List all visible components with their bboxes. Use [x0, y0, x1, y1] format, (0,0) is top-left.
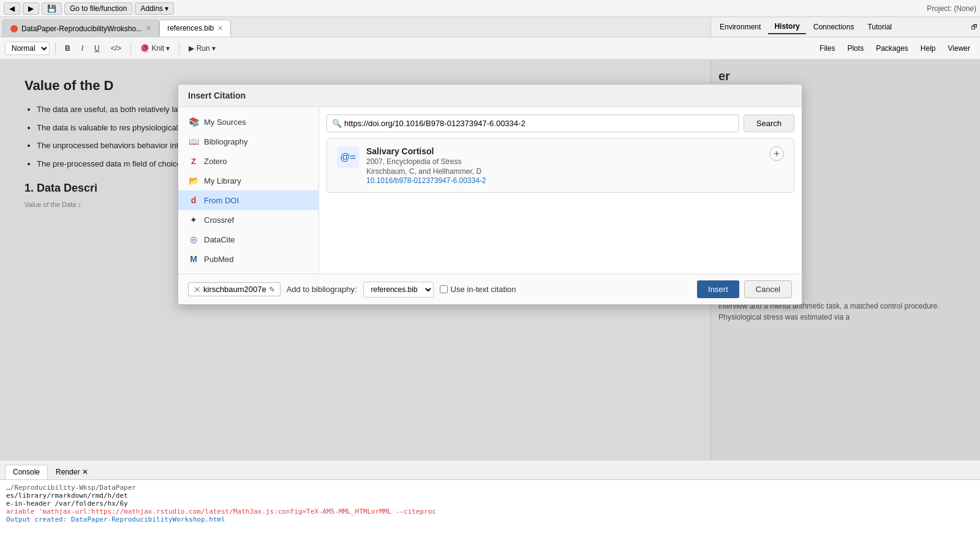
result-card-1: @= Salivary Cortisol 2007, Encyclopedia …	[326, 138, 794, 193]
project-label: Project: (None)	[927, 4, 976, 13]
zotero-icon: Z	[188, 156, 199, 167]
run-btn[interactable]: ▶ Run ▾	[185, 42, 219, 54]
editor-tab-bar: DataPaper-ReproducibilityWroksho... ✕ re…	[0, 17, 710, 37]
my-sources-label: My Sources	[204, 118, 246, 127]
right-tab-tutorial[interactable]: Tutorial	[861, 20, 898, 34]
zotero-label: Zotero	[204, 157, 227, 166]
toolbar-sep-2	[130, 42, 131, 54]
sidebar-my-library[interactable]: 📂 My Library	[178, 171, 318, 190]
footer-buttons: Insert Cancel	[697, 280, 792, 298]
modal-overlay: Insert Citation 📚 My Sources 📖 Bibliogra…	[0, 59, 980, 460]
back-btn[interactable]: ◀	[4, 2, 20, 15]
doi-input[interactable]	[344, 115, 733, 132]
datacite-label: DataCite	[204, 235, 235, 244]
bib-select[interactable]: references.bib	[363, 282, 434, 298]
sidebar-my-sources[interactable]: 📚 My Sources	[178, 112, 318, 132]
from-doi-icon: d	[188, 195, 199, 206]
search-icon: 🔍	[332, 119, 342, 128]
tab-references[interactable]: references.bib ✕	[159, 20, 231, 37]
console-line-3: e-in-header /var/folders/hx/6y	[6, 500, 974, 508]
sidebar-datacite[interactable]: ◎ DataCite	[178, 230, 318, 249]
addins-label: Addins	[140, 4, 163, 13]
datacite-icon: ◎	[188, 234, 199, 245]
citation-tag: ✕ kirschbaum2007e ✎	[188, 282, 281, 296]
citation-key: kirschbaum2007e	[203, 285, 266, 294]
right-panel-min-btn[interactable]: 🗗	[971, 23, 978, 31]
addins-btn[interactable]: Addins ▾	[135, 2, 174, 15]
console-line-1: …/Reproducibility-Wksp/DataPaper	[6, 484, 974, 492]
in-text-citation-label[interactable]: Use in-text citation	[440, 285, 516, 294]
right-viewer-btn[interactable]: Viewer	[943, 43, 975, 54]
console-tab[interactable]: Console	[5, 465, 48, 479]
modal-search-area: 🔍 Search @= Salivary Cortisol 2007, Ency…	[319, 107, 802, 274]
console-line-4: ariable 'mathjax-url:https://mathjax.rst…	[6, 508, 974, 515]
result-authors: Kirschbaum, C, and Hellhammer, D	[366, 167, 762, 176]
pubmed-label: PubMed	[204, 255, 233, 264]
console-area: …/Reproducibility-Wksp/DataPaper es/libr…	[0, 480, 980, 551]
bottom-area: Console Render ✕ …/Reproducibility-Wksp/…	[0, 460, 980, 551]
right-panel-tabs: Environment History Connections Tutorial…	[710, 17, 980, 37]
sidebar-pubmed[interactable]: M PubMed	[178, 249, 318, 269]
close-datapaper-icon[interactable]: ✕	[146, 24, 151, 32]
pubmed-icon: M	[188, 253, 199, 264]
insert-citation-modal: Insert Citation 📚 My Sources 📖 Bibliogra…	[178, 84, 802, 305]
right-files-btn[interactable]: Files	[815, 43, 840, 54]
tab-datapaper[interactable]: DataPaper-ReproducibilityWroksho... ✕	[2, 20, 159, 37]
bibliography-label: Bibliography	[204, 137, 248, 146]
from-doi-label: From DOI	[204, 196, 239, 205]
top-toolbar: ◀ ▶ 💾 Go to file/function Addins ▾ Proje…	[0, 0, 980, 17]
modal-body: 📚 My Sources 📖 Bibliography Z Zotero 📂 M…	[178, 107, 802, 274]
right-plots-btn[interactable]: Plots	[842, 43, 869, 54]
italic-btn[interactable]: I	[78, 42, 87, 54]
result-icon: @=	[337, 146, 359, 168]
my-library-icon: 📂	[188, 175, 199, 186]
modal-title: Insert Citation	[178, 84, 802, 107]
console-line-2: es/library/rmarkdown/rmd/h/det	[6, 492, 974, 500]
right-packages-btn[interactable]: Packages	[871, 43, 913, 54]
toolbar-sep-3	[179, 42, 179, 54]
result-add-button[interactable]: +	[769, 146, 784, 161]
my-library-label: My Library	[204, 176, 241, 186]
underline-btn[interactable]: U	[91, 42, 104, 54]
sidebar-from-doi[interactable]: d From DOI	[178, 190, 318, 210]
code-btn[interactable]: </>	[107, 42, 125, 54]
crossref-label: Crossref	[204, 216, 234, 225]
right-tab-connections[interactable]: Connections	[807, 20, 861, 34]
modal-sidebar: 📚 My Sources 📖 Bibliography Z Zotero 📂 M…	[178, 107, 319, 274]
result-title: Salivary Cortisol	[366, 146, 762, 156]
right-tab-history[interactable]: History	[768, 20, 805, 34]
bold-btn[interactable]: B	[61, 42, 74, 54]
sidebar-zotero[interactable]: Z Zotero	[178, 151, 318, 171]
remove-citation-icon[interactable]: ✕	[194, 285, 201, 294]
close-references-icon[interactable]: ✕	[217, 24, 223, 32]
forward-btn[interactable]: ▶	[23, 2, 39, 15]
sidebar-bibliography[interactable]: 📖 Bibliography	[178, 132, 318, 151]
console-output-created: Output created: DataPaper-Reproducibilit…	[6, 515, 974, 523]
bib-label: Add to bibliography:	[287, 285, 357, 294]
knit-btn[interactable]: 🧶 Knit ▾	[137, 42, 173, 54]
save-btn[interactable]: 💾	[42, 2, 62, 15]
tab-datapaper-label: DataPaper-ReproducibilityWroksho...	[21, 24, 142, 33]
cancel-button[interactable]: Cancel	[744, 280, 792, 298]
sidebar-crossref[interactable]: ✦ Crossref	[178, 210, 318, 230]
go-to-file-btn[interactable]: Go to file/function	[64, 2, 132, 15]
doi-input-wrap: 🔍	[326, 114, 739, 132]
right-help-btn[interactable]: Help	[916, 43, 941, 54]
search-button[interactable]: Search	[744, 114, 794, 132]
right-subtabs: Files Plots Packages Help Viewer	[815, 43, 975, 54]
go-to-file-label: Go to file/function	[70, 4, 127, 13]
crossref-icon: ✦	[188, 214, 199, 225]
render-tab[interactable]: Render ✕	[48, 465, 96, 479]
modal-footer: ✕ kirschbaum2007e ✎ Add to bibliography:…	[178, 274, 802, 304]
bottom-tabs: Console Render ✕	[0, 460, 980, 480]
edit-citation-icon[interactable]: ✎	[269, 285, 275, 294]
insert-button[interactable]: Insert	[697, 280, 739, 298]
result-doi-link[interactable]: 10.1016/b978-012373947-6.00334-2	[366, 176, 486, 185]
tab-references-label: references.bib	[167, 24, 214, 32]
result-info: Salivary Cortisol 2007, Encyclopedia of …	[366, 146, 762, 185]
style-select[interactable]: Normal	[5, 42, 50, 55]
main-area: Value of the D The data are useful, as b…	[0, 59, 980, 460]
in-text-citation-checkbox[interactable]	[440, 285, 448, 293]
toolbar-sep-1	[55, 42, 56, 54]
right-tab-environment[interactable]: Environment	[714, 20, 767, 34]
